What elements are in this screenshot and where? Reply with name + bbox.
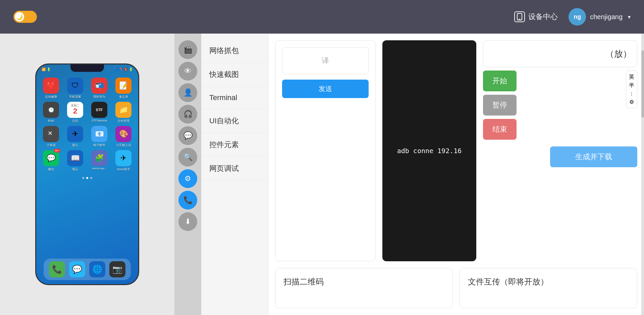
device-center-icon — [514, 11, 525, 22]
user-chevron-icon: ▾ — [628, 14, 631, 20]
app-icon-memo[interactable]: 📝 备忘录 — [113, 78, 134, 99]
theme-toggle-button[interactable]: 🌙 — [13, 11, 37, 23]
func-menu: 网络抓包 快速截图 Terminal UI自动化 控件元素 网页调试 — [201, 34, 268, 315]
lang-settings-icon[interactable]: ⚙ — [629, 99, 634, 105]
app-icon-huawei[interactable]: 📬 我的华为 — [89, 78, 110, 99]
content-bottom: 扫描二维码 文件互传（即将开放） — [268, 268, 644, 315]
pause-button[interactable]: 暂停 — [483, 95, 517, 116]
chat-input[interactable]: 译 — [282, 47, 369, 74]
dock-phone[interactable]: 📞 — [49, 261, 65, 277]
lang-toolbar: 英 半 ： ⚙ — [626, 71, 637, 108]
qr-scan-card: 扫描二维码 — [275, 268, 453, 308]
partial-top-text: （放） — [605, 48, 632, 60]
generate-area: 生成并下载 — [483, 143, 637, 167]
content-area: 译 发送 adb conne 192.16 （放） 开始 暂停 — [268, 34, 644, 315]
partial-top-card: （放） — [483, 40, 637, 67]
app-icon-stf[interactable]: STF STFService — [89, 102, 110, 123]
toolbar-chat-btn[interactable]: 💬 — [178, 126, 197, 145]
func-terminal[interactable]: Terminal — [201, 87, 268, 109]
content-top: 译 发送 adb conne 192.16 （放） 开始 暂停 — [268, 34, 644, 268]
lang-en[interactable]: 英 — [629, 74, 634, 81]
phone-container: 📶 🔋 8:40 🔵 📍 🔇 🔋 ❤️ 运动健康 🛡 手机管家 — [35, 63, 139, 285]
app-icon-android[interactable]: 🧩 android.app... — [89, 150, 110, 172]
page-dot-2 — [86, 177, 88, 179]
app-icon-clock[interactable]: 🕐 时钟 — [40, 102, 62, 123]
phone-panel: 📶 🔋 8:40 🔵 📍 🔇 🔋 ❤️ 运动健康 🛡 手机管家 — [0, 34, 174, 315]
device-center-button[interactable]: 设备中心 — [514, 11, 558, 22]
terminal-card: adb conne 192.16 — [382, 40, 476, 261]
dock: 📞 💬 🌐 📷 — [44, 259, 131, 280]
header: 🌙 设备中心 ng chenjigang ▾ — [0, 0, 644, 34]
end-button[interactable]: 结束 — [483, 119, 517, 140]
start-button[interactable]: 开始 — [483, 71, 517, 91]
terminal-content: adb conne 192.16 — [397, 146, 462, 155]
toolbar-headset-btn[interactable]: 🎧 — [178, 105, 197, 124]
func-ui-automation[interactable]: UI自动化 — [201, 109, 268, 133]
device-center-label: 设备中心 — [528, 12, 558, 22]
toolbar-eye-btn[interactable]: 👁 — [178, 62, 197, 81]
app-icon-email[interactable]: 📧 电子邮件 — [89, 126, 110, 147]
phone-frame: 📶 🔋 8:40 🔵 📍 🔇 🔋 ❤️ 运动健康 🛡 手机管家 — [35, 63, 139, 285]
app-icon-cloud[interactable]: ✈ 跳云 — [64, 126, 86, 147]
app-icon-sonic[interactable]: ✈ Sonic助手 — [113, 150, 134, 172]
app-icon-calendar[interactable]: 星期二 2 日历 — [64, 102, 86, 123]
toolbar-settings-btn[interactable]: ⚙ — [178, 169, 197, 188]
app-icon-manager[interactable]: 🛡 手机管家 — [64, 78, 86, 99]
func-web-debug[interactable]: 网页调试 — [201, 157, 268, 181]
toolbar-search-btn[interactable]: 🔍 — [178, 148, 197, 167]
header-left: 🌙 — [13, 11, 37, 23]
toolbar-phone-btn[interactable]: 📞 — [178, 191, 197, 210]
action-buttons: 开始 暂停 结束 — [483, 71, 517, 140]
user-area[interactable]: ng chenjigang ▾ — [569, 8, 631, 26]
app-icon-yueyun[interactable]: 📖 阅云 — [64, 150, 86, 172]
header-right: 设备中心 ng chenjigang ▾ — [514, 8, 631, 26]
qr-scan-title: 扫描二维码 — [283, 276, 444, 287]
file-transfer-title: 文件互传（即将开放） — [468, 276, 629, 287]
svg-rect-1 — [519, 19, 521, 19]
side-toolbar: 🎬 👁 👤 🎧 💬 🔍 ⚙ 📞 ⬇ — [174, 34, 201, 315]
toolbar-video-btn[interactable]: 🎬 — [178, 40, 197, 59]
action-row: 开始 暂停 结束 英 半 ： ⚙ — [483, 71, 637, 140]
user-avatar: ng — [569, 8, 586, 26]
app-icon-calc[interactable]: ✕ 计算器 — [40, 126, 62, 147]
dock-browser[interactable]: 🌐 — [89, 261, 105, 277]
phone-notch — [70, 64, 104, 72]
lang-half[interactable]: 半 — [629, 82, 634, 89]
file-transfer-card: 文件互传（即将开放） — [460, 268, 637, 308]
lang-colon[interactable]: ： — [629, 90, 634, 97]
scroll-thumb — [641, 50, 644, 118]
main-content: 📶 🔋 8:40 🔵 📍 🔇 🔋 ❤️ 运动健康 🛡 手机管家 — [0, 34, 644, 315]
generate-button[interactable]: 生成并下载 — [550, 146, 637, 167]
phone-screen[interactable]: 📶 🔋 8:40 🔵 📍 🔇 🔋 ❤️ 运动健康 🛡 手机管家 — [36, 64, 138, 284]
toolbar-download-btn[interactable]: ⬇ — [178, 212, 197, 231]
app-icon-wechat[interactable]: 💬 99+ 微信 — [40, 150, 62, 172]
func-network-capture[interactable]: 网络抓包 — [201, 39, 268, 63]
app-icon-files[interactable]: 📁 文件管理 — [113, 102, 134, 123]
svg-text:✕: ✕ — [48, 130, 53, 137]
scrollbar[interactable] — [641, 34, 644, 315]
toolbar-user-btn[interactable]: 👤 — [178, 83, 197, 102]
app-grid: ❤️ 运动健康 🛡 手机管家 📬 我的华为 📝 — [36, 74, 138, 175]
top-right-section: （放） 开始 暂停 结束 英 半 ： ⚙ — [483, 40, 637, 261]
dock-camera[interactable]: 📷 — [109, 261, 125, 277]
app-icon-input[interactable]: 🎨 小艺输入法 — [113, 126, 134, 147]
func-screenshot[interactable]: 快速截图 — [201, 63, 268, 87]
moon-icon: 🌙 — [15, 12, 24, 21]
app-icon-health[interactable]: ❤️ 运动健康 — [40, 78, 62, 99]
username-label: chenjigang — [590, 13, 623, 21]
page-dots — [36, 177, 138, 179]
page-dot-1 — [82, 177, 84, 179]
page-dot-3 — [90, 177, 92, 179]
send-button[interactable]: 发送 — [282, 80, 369, 98]
dock-message[interactable]: 💬 — [69, 261, 85, 277]
chat-card: 译 发送 — [275, 40, 376, 261]
func-widget[interactable]: 控件元素 — [201, 133, 268, 157]
